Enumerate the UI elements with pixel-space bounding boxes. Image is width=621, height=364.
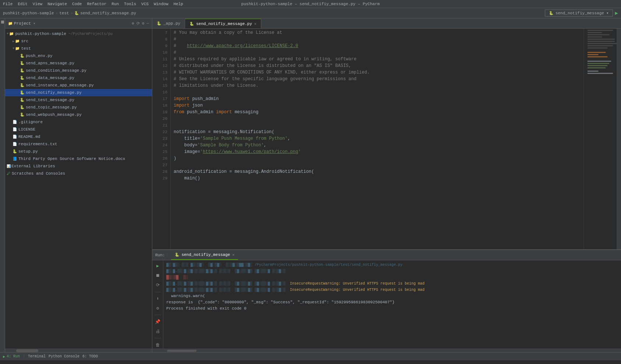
menu-refactor[interactable]: Refactor	[87, 2, 106, 6]
list-item[interactable]: 📘 Third Party Open Source Software Notic…	[5, 155, 152, 163]
req-icon: 📄	[13, 142, 17, 146]
status-python-console[interactable]: Python Console	[49, 354, 79, 358]
menu-vcs[interactable]: VCS	[141, 2, 149, 6]
editor-vscrollbar[interactable]	[617, 29, 621, 249]
run-play-btn[interactable]: ▶	[154, 263, 162, 270]
setup-icon: 🐍	[13, 149, 17, 154]
status-left: ▶ 4: Run | Terminal Python Console 6: TO…	[3, 354, 98, 359]
list-item[interactable]: 🐍 send_topic_message.py	[5, 104, 152, 111]
run-toolbar: ▶ ⏹ ⟳ ⬇ ⚙ 📌 🖨 🗑	[152, 260, 163, 349]
svg-rect-2	[588, 34, 609, 35]
tree-item-selected[interactable]: 🐍 send_notifiy_message.py	[5, 89, 152, 96]
list-item: ▓▒░▓.▒▒░▓░▒▓░▒░▒▒░▓▒▓░▒ ▒░▒░▒ ▒▓░▒▒░▓▒ ▒…	[166, 281, 618, 287]
svg-rect-8	[588, 47, 607, 49]
project-label: Project	[14, 21, 31, 26]
list-item[interactable]: 🐍 send_apns_message.py	[5, 60, 152, 67]
scratches-icon: 🖊	[7, 171, 10, 176]
root-label: pushkit-python-sample	[15, 32, 66, 36]
tree-item-root[interactable]: ▼ 📁 pushkit-python-sample ~/PycharmProje…	[5, 30, 152, 38]
svg-rect-15	[588, 67, 606, 68]
menu-edit[interactable]: Edit	[18, 2, 27, 6]
collapse-icon[interactable]: ⟳	[136, 21, 140, 26]
minimize-icon[interactable]: —	[146, 21, 149, 26]
list-item: ▓▒░▓▒░ ▒░▒ ▓▒░▒▓░ ▒▓░▒▓░ ▒░▒▓░▒▓▓░▒▓░ /P…	[166, 262, 618, 268]
status-todo[interactable]: 6: TODO	[82, 354, 98, 358]
menu-tools[interactable]: Tools	[124, 2, 136, 6]
line-numbers: 7891011 1213141516 1718192021 2223242526…	[152, 29, 171, 249]
console-scrollbar-thumb	[167, 350, 196, 352]
svg-rect-11	[588, 56, 607, 57]
editor-area: 🐍 _app.py 🐍 send_notifiy_message.py ✕ 78…	[152, 18, 621, 352]
list-item[interactable]: 🐍 push_env.py	[5, 52, 152, 60]
breadcrumb-folder[interactable]: test	[59, 11, 69, 15]
tab-app-py-label: _app.py	[163, 21, 180, 26]
list-item[interactable]: 🐍 send_data_message.py	[5, 74, 152, 82]
run-toolbar-sep2	[155, 315, 161, 315]
status-play-button[interactable]: ▶ 4: Run	[3, 354, 20, 359]
run-label-area: Run:	[155, 253, 167, 257]
tree-item-test[interactable]: ▼ 📁 test	[5, 45, 152, 52]
editor-tabs: 🐍 _app.py 🐍 send_notifiy_message.py ✕	[152, 18, 621, 29]
run-trash-btn[interactable]: 🗑	[154, 341, 162, 349]
activity-bar-icon	[1, 21, 4, 24]
list-item[interactable]: 📄 .gitignore	[5, 118, 152, 126]
title-bar: File Edit View Navigate Code Refactor Ru…	[0, 0, 621, 8]
tab-send-close[interactable]: ✕	[254, 22, 256, 26]
console-hscrollbar[interactable]	[152, 349, 621, 352]
menu-navigate[interactable]: Navigate	[47, 2, 67, 6]
file-tree-hscrollbar[interactable]	[5, 349, 152, 352]
console-output[interactable]: ▓▒░▓▒░ ▒░▒ ▓▒░▒▓░ ▒▓░▒▓░ ▒░▒▓░▒▓▓░▒▓░ /P…	[163, 260, 621, 349]
run-scroll-end-btn[interactable]: ⬇	[154, 295, 162, 303]
run-pin-btn[interactable]: 📌	[154, 318, 162, 325]
list-item[interactable]: 📄 README.md	[5, 133, 152, 140]
project-header-icons: ⊕ ⟳ ⚙ —	[132, 21, 149, 26]
menu-help[interactable]: Help	[174, 2, 183, 6]
run-print-btn[interactable]: 🖨	[154, 328, 162, 335]
list-item[interactable]: 🐍 send_condition_message.py	[5, 67, 152, 74]
tab-send-notifiy[interactable]: 🐍 send_notifiy_message.py ✕	[185, 19, 261, 28]
breadcrumb-root[interactable]: pushkit-python-sample	[3, 11, 54, 15]
tab-app-py-icon: 🐍	[157, 21, 161, 26]
list-item[interactable]: 🐍 send_instance_app_message.py	[5, 82, 152, 89]
list-item[interactable]: 🐍 setup.py	[5, 148, 152, 155]
settings-icon[interactable]: ⚙	[142, 21, 145, 26]
menu-view[interactable]: View	[33, 2, 42, 6]
tab-run-output[interactable]: 🐍 send_notifiy_message ✕	[171, 250, 238, 260]
py-icon: 🐍	[20, 68, 24, 73]
py-icon: 🐍	[20, 83, 24, 88]
run-rerun-btn[interactable]: ⟳	[154, 282, 162, 289]
license-icon: 📄	[13, 127, 17, 132]
breadcrumb-file[interactable]: send_notifiy_message.py	[80, 11, 136, 15]
menu-file[interactable]: File	[3, 2, 13, 6]
menu-code[interactable]: Code	[72, 2, 82, 6]
list-item[interactable]: 🐍 send_test_message.py	[5, 96, 152, 104]
root-folder-icon: 📁	[9, 32, 14, 36]
run-config-dropdown[interactable]: 🐍 send_notifiy_message ▾	[545, 10, 613, 17]
run-tab-close[interactable]: ✕	[232, 253, 234, 257]
list-item[interactable]: 📄 requirements.txt	[5, 140, 152, 148]
list-item[interactable]: 📄 LICENSE	[5, 126, 152, 133]
tree-item-scratches[interactable]: 🖊 Scratches and Consoles	[5, 170, 152, 177]
tree-item-external-libs[interactable]: 📊 External Libraries	[5, 163, 152, 170]
svg-rect-9	[588, 52, 606, 53]
test-label: test	[21, 46, 31, 51]
code-content[interactable]: # You may obtain a copy of the License a…	[171, 29, 583, 249]
svg-rect-7	[588, 45, 613, 46]
main-layout: 📁 Project ▾ ⊕ ⟳ ⚙ — ▼ 📁 pushkit-python-s…	[0, 18, 621, 352]
svg-rect-16	[588, 71, 599, 72]
status-terminal[interactable]: Terminal	[28, 354, 46, 358]
test-folder-icon: 📁	[15, 46, 19, 51]
run-settings-btn[interactable]: ⚙	[154, 305, 162, 312]
menu-run[interactable]: Run	[111, 2, 119, 6]
activity-bar	[0, 18, 5, 352]
run-config-run-btn[interactable]: ▶	[615, 10, 618, 16]
run-stop-btn[interactable]: ⏹	[154, 272, 162, 279]
menu-window[interactable]: Window	[154, 2, 168, 6]
list-item[interactable]: 🐍 send_webpush_message.py	[5, 111, 152, 118]
git-icon: 📄	[13, 120, 17, 124]
locate-icon[interactable]: ⊕	[132, 21, 134, 26]
tree-item-src[interactable]: ▶ 📁 src	[5, 38, 152, 45]
root-path: ~/PycharmProjects/pu	[68, 32, 113, 36]
tab-app-py[interactable]: 🐍 _app.py	[152, 19, 185, 28]
project-dropdown-icon[interactable]: ▾	[33, 21, 35, 26]
